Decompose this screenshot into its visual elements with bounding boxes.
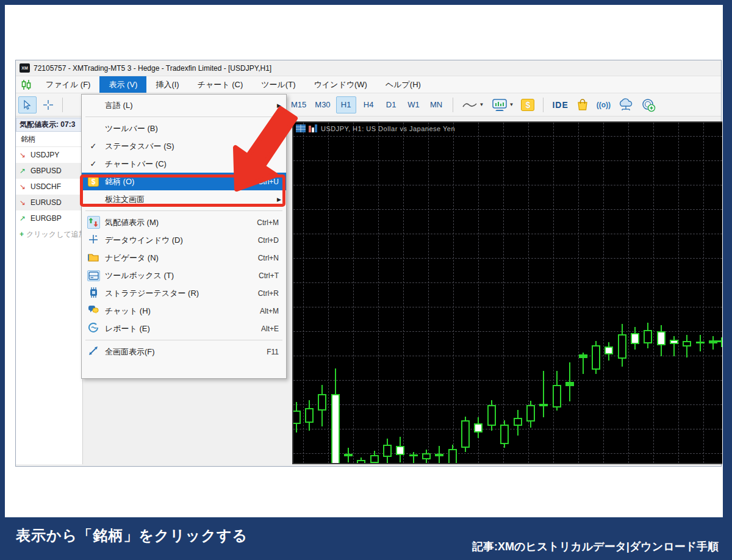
cloud-button[interactable] bbox=[614, 96, 637, 113]
page-frame-left bbox=[0, 0, 5, 560]
market-button[interactable] bbox=[572, 96, 593, 113]
view-menu-item[interactable]: データウインドウ (D)Ctrl+D bbox=[82, 231, 286, 249]
menu-item[interactable]: チャート (C) bbox=[188, 76, 253, 93]
symbol-name: USDJPY bbox=[30, 151, 59, 159]
gridline bbox=[328, 123, 329, 463]
gridline bbox=[293, 258, 722, 259]
chart-window[interactable]: USDJPY, H1: US Dollar vs Japanese Yen bbox=[292, 121, 722, 464]
gridline bbox=[503, 123, 504, 463]
menu-item-label: 言語 (L) bbox=[105, 100, 279, 111]
chart-mode-button[interactable]: ▼ bbox=[488, 96, 518, 113]
symbol-row-usdjpy[interactable]: ↘USDJPY bbox=[16, 147, 82, 163]
view-menu-item[interactable]: ✓チャートバー (C) bbox=[82, 155, 286, 173]
candle-body bbox=[461, 420, 470, 448]
gridline bbox=[293, 453, 722, 454]
chart-title: USDJPY, H1: US Dollar vs Japanese Yen bbox=[321, 125, 455, 132]
menu-item-label: ツールバー (B) bbox=[105, 123, 279, 134]
symbol-row-eurgbp[interactable]: ↗EURGBP bbox=[16, 210, 82, 226]
trend-down-icon: ↘ bbox=[20, 182, 28, 191]
shopping-bag-icon bbox=[576, 98, 589, 112]
symbol-name: EURGBP bbox=[30, 214, 62, 223]
gridline bbox=[293, 185, 722, 185]
candle-body bbox=[670, 340, 678, 344]
view-menu-item[interactable]: レポート (E)Alt+E bbox=[82, 320, 286, 337]
gridline bbox=[293, 380, 722, 381]
gridline bbox=[293, 356, 722, 356]
candlestick-app-icon bbox=[16, 76, 37, 93]
candle-body bbox=[657, 331, 666, 345]
timeframe-button-h4[interactable]: H4 bbox=[359, 96, 379, 113]
view-menu-item[interactable]: ツールボックス (T)Ctrl+T bbox=[82, 267, 286, 284]
symbol-column-header[interactable]: 銘柄 bbox=[16, 132, 82, 147]
view-menu-item[interactable]: ツールバー (B)▶ bbox=[82, 120, 286, 137]
menu-item[interactable]: ヘルプ(H) bbox=[376, 76, 430, 93]
cloud-icon bbox=[618, 98, 634, 112]
timeframe-button-h1[interactable]: H1 bbox=[336, 96, 356, 113]
timeframe-button-w1[interactable]: W1 bbox=[404, 96, 424, 113]
candle-body bbox=[605, 346, 613, 354]
view-menu-item[interactable]: 気配値表示 (M)Ctrl+M bbox=[82, 214, 286, 231]
candle-body bbox=[565, 382, 574, 386]
market-watch-icon bbox=[87, 216, 100, 229]
title-bar: XM 72105757 - XMTrading-MT5 3 - Hedge - … bbox=[16, 60, 721, 76]
symbol-name: USDCHF bbox=[30, 182, 61, 191]
gridline bbox=[553, 123, 554, 463]
view-menu-item[interactable]: 言語 (L)▶ bbox=[82, 96, 286, 114]
candle-body bbox=[383, 445, 392, 457]
menu-item[interactable]: 挿入(I) bbox=[146, 76, 188, 93]
menu-item-shortcut: Ctrl+M bbox=[257, 218, 279, 227]
crosshair-tool-button[interactable] bbox=[39, 96, 57, 113]
view-menu-item[interactable]: ストラテジーテスター (R)Ctrl+R bbox=[82, 284, 286, 302]
timeframe-button-m15[interactable]: M15 bbox=[288, 96, 309, 113]
menu-item-label: ストラテジーテスター (R) bbox=[105, 288, 258, 299]
data-window-icon bbox=[88, 234, 98, 246]
symbols-button[interactable]: $ bbox=[517, 96, 538, 113]
timeframe-button-mn[interactable]: MN bbox=[426, 96, 447, 113]
signals-button[interactable]: ((o)) bbox=[593, 96, 614, 113]
menu-item[interactable]: 表示 (V) bbox=[99, 76, 146, 93]
view-menu-item[interactable]: チャット (H)Alt+M bbox=[82, 302, 286, 320]
candle-body bbox=[709, 340, 717, 343]
page-frame-top bbox=[0, 0, 732, 5]
candle-body bbox=[618, 334, 626, 359]
candle-wick bbox=[673, 336, 675, 356]
view-menu-item[interactable]: ナビゲータ (N)Ctrl+N bbox=[82, 249, 286, 267]
gridline bbox=[293, 282, 722, 283]
candle-body bbox=[631, 333, 639, 344]
gridline bbox=[293, 234, 722, 234]
view-menu-item[interactable]: ✓ステータスバー (S) bbox=[82, 137, 286, 155]
page: XM 72105757 - XMTrading-MT5 3 - Hedge - … bbox=[0, 0, 732, 560]
chevron-down-icon: ▼ bbox=[479, 102, 484, 107]
symbol-row-usdchf[interactable]: ↘USDCHF bbox=[16, 179, 82, 195]
candle-body bbox=[318, 394, 326, 411]
menu-item-shortcut: Ctrl+T bbox=[259, 271, 279, 280]
candle-body bbox=[592, 345, 600, 370]
menu-item[interactable]: ウインドウ(W) bbox=[304, 76, 376, 93]
menu-item-shortcut: Alt+E bbox=[261, 325, 279, 333]
quotes-table-icon bbox=[296, 124, 306, 132]
gridline bbox=[353, 123, 354, 463]
line-type-button[interactable]: ▼ bbox=[458, 96, 488, 113]
menu-item-label: チャット (H) bbox=[105, 306, 260, 317]
candle-body bbox=[331, 394, 340, 464]
timeframe-button-m30[interactable]: M30 bbox=[312, 96, 333, 113]
menu-item-label: ツールボックス (T) bbox=[105, 270, 259, 281]
symbol-row-eurusd[interactable]: ↘EURUSD bbox=[16, 195, 82, 210]
menu-item[interactable]: ツール(T) bbox=[252, 76, 304, 93]
cursor-tool-button[interactable] bbox=[18, 96, 37, 113]
view-menu-dropdown: 言語 (L)▶ツールバー (B)▶✓ステータスバー (S)✓チャートバー (C)… bbox=[81, 94, 287, 379]
timeframe-button-d1[interactable]: D1 bbox=[381, 96, 401, 113]
gridline bbox=[293, 404, 722, 405]
view-menu-item[interactable]: 全画面表示(F)F11 bbox=[82, 343, 286, 361]
candle-body bbox=[344, 454, 353, 456]
gridline bbox=[378, 123, 379, 463]
community-button[interactable] bbox=[637, 96, 659, 113]
symbol-row-gbpusd[interactable]: ↗GBPUSD bbox=[16, 163, 82, 179]
ide-button[interactable]: IDE bbox=[548, 96, 572, 113]
add-symbol-row[interactable]: + クリックして追加 bbox=[16, 226, 82, 242]
menu-item-label: データウインドウ (D) bbox=[105, 235, 258, 246]
toolbox-icon bbox=[87, 270, 100, 281]
menu-item[interactable]: ファイル (F) bbox=[37, 76, 99, 93]
menu-separator bbox=[82, 337, 286, 343]
candle-body bbox=[448, 449, 457, 464]
